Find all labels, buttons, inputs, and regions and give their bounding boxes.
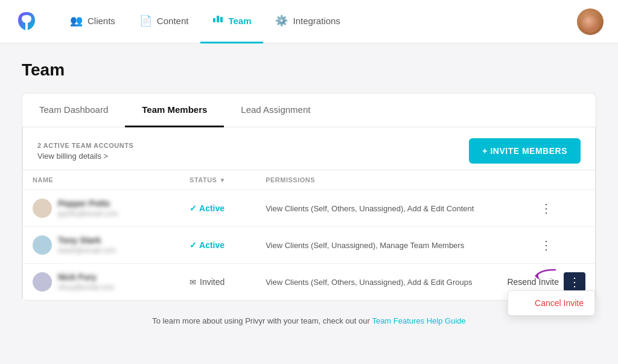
member-actions-cell-1: ⋮ (497, 190, 595, 227)
navigation: 👥 Clients 📄 Content Team ⚙️ Integrations (0, 0, 618, 43)
integrations-icon: ⚙️ (275, 14, 288, 27)
nav-item-clients[interactable]: 👥 Clients (58, 0, 127, 43)
purple-arrow-icon (532, 267, 558, 284)
col-header-actions (497, 170, 595, 190)
svg-rect-1 (217, 16, 219, 22)
member-avatar-1 (33, 199, 52, 218)
table-header-left: 2 ACTIVE TEAM ACCOUNTS View billing deta… (37, 142, 133, 161)
status-active-1: ✓ Active (190, 203, 246, 213)
member-email-2: tstark@email.com (58, 246, 116, 255)
member-info-3: Nick Fury nfury@email.com (33, 272, 170, 292)
tab-lead-assignment[interactable]: Lead Assignment (224, 94, 327, 127)
member-name-cell-2: Tony Stark tstark@email.com (23, 227, 180, 264)
table-area: 2 ACTIVE TEAM ACCOUNTS View billing deta… (22, 127, 596, 301)
footer-text: To learn more about using Privyr with yo… (152, 316, 372, 325)
table-head: NAME STATUS ▼ PERMISSIONS (23, 170, 595, 190)
nav-clients-label: Clients (88, 16, 115, 26)
tab-team-dashboard[interactable]: Team Dashboard (22, 94, 125, 127)
status-invited-3: ✉ Invited (190, 277, 246, 287)
member-permissions-cell-1: View Clients (Self, Others, Unassigned),… (256, 190, 497, 227)
col-header-name: NAME (23, 170, 180, 190)
member-status-cell-2: ✓ Active (180, 227, 256, 264)
member-actions-cell-3: Resend Invite ⋮ C (497, 264, 595, 301)
member-permissions-2: View Clients (Self, Unassigned), Manage … (266, 241, 464, 250)
member-name-1: Pepper Potts (58, 199, 118, 208)
member-name-cell-3: Nick Fury nfury@email.com (23, 264, 180, 301)
nav-team-label: Team (228, 16, 251, 26)
envelope-icon: ✉ (190, 278, 196, 287)
col-header-permissions: PERMISSIONS (256, 170, 497, 190)
nav-item-integrations[interactable]: ⚙️ Integrations (263, 0, 352, 43)
sort-icon[interactable]: ▼ (219, 177, 225, 184)
table-header-row: 2 ACTIVE TEAM ACCOUNTS View billing deta… (23, 127, 595, 170)
help-guide-link[interactable]: Team Features Help Guide (372, 316, 465, 325)
table-row: Nick Fury nfury@email.com ✉ Invited (23, 264, 595, 301)
invite-btn-label: + INVITE MEMBERS (482, 146, 567, 156)
page-title: Team (22, 60, 596, 80)
team-icon (212, 14, 223, 28)
svg-rect-0 (213, 18, 215, 22)
nav-content-label: Content (157, 16, 189, 26)
member-name-3: Nick Fury (58, 272, 115, 282)
nav-item-content[interactable]: 📄 Content (127, 0, 201, 43)
member-status-cell-3: ✉ Invited (180, 264, 256, 301)
active-count: 2 ACTIVE TEAM ACCOUNTS (37, 142, 133, 149)
app-logo (14, 10, 39, 34)
billing-link-text: View billing details > (37, 152, 108, 161)
table-row: Tony Stark tstark@email.com ✓ Active (23, 227, 595, 264)
member-name-cell-1: Pepper Potts ppotts@email.com (23, 190, 180, 227)
table-body: Pepper Potts ppotts@email.com ✓ Active (23, 190, 595, 301)
check-icon-2: ✓ (190, 240, 197, 250)
member-status-cell-1: ✓ Active (180, 190, 256, 227)
member-permissions-cell-2: View Clients (Self, Unassigned), Manage … (256, 227, 497, 264)
tabs: Team Dashboard Team Members Lead Assignm… (22, 94, 596, 127)
members-table: NAME STATUS ▼ PERMISSIONS (23, 170, 595, 300)
member-avatar-2 (33, 235, 52, 255)
billing-link[interactable]: View billing details > (37, 152, 133, 161)
nav-item-team[interactable]: Team (200, 0, 263, 43)
member-name-2: Tony Stark (58, 235, 116, 245)
nav-items: 👥 Clients 📄 Content Team ⚙️ Integrations (58, 0, 577, 43)
member-info-1: Pepper Potts ppotts@email.com (33, 199, 170, 218)
member-email-1: ppotts@email.com (58, 209, 118, 218)
status-active-2: ✓ Active (190, 240, 246, 250)
nav-integrations-label: Integrations (293, 16, 340, 26)
clients-icon: 👥 (70, 14, 83, 27)
svg-rect-2 (220, 17, 223, 22)
member-permissions-1: View Clients (Self, Others, Unassigned),… (266, 204, 474, 213)
content-icon: 📄 (139, 14, 152, 27)
more-options-button-1[interactable]: ⋮ (507, 199, 585, 218)
check-icon-1: ✓ (190, 203, 197, 213)
member-email-3: nfury@email.com (58, 283, 115, 292)
more-options-button-3[interactable]: ⋮ (564, 272, 585, 292)
dropdown-item-cancel-invite[interactable]: Cancel Invite (508, 291, 594, 315)
member-permissions-cell-3: View Clients (Self, Others, Unassigned),… (256, 264, 497, 301)
user-avatar[interactable] (577, 8, 604, 35)
member-avatar-3 (33, 272, 52, 292)
dropdown-menu-3: Cancel Invite (508, 290, 595, 316)
tab-team-members[interactable]: Team Members (125, 94, 224, 127)
invite-members-button[interactable]: + INVITE MEMBERS (469, 138, 581, 164)
more-options-button-2[interactable]: ⋮ (507, 235, 585, 255)
page-content: Team Team Dashboard Team Members Lead As… (0, 43, 618, 364)
member-permissions-3: View Clients (Self, Others, Unassigned),… (266, 278, 472, 287)
member-actions-cell-2: ⋮ (497, 227, 595, 264)
table-row: Pepper Potts ppotts@email.com ✓ Active (23, 190, 595, 227)
member-info-2: Tony Stark tstark@email.com (33, 235, 170, 255)
col-header-status: STATUS ▼ (180, 170, 256, 190)
tabs-container: Team Dashboard Team Members Lead Assignm… (22, 93, 596, 301)
actions-area-3: Resend Invite ⋮ (507, 272, 585, 292)
